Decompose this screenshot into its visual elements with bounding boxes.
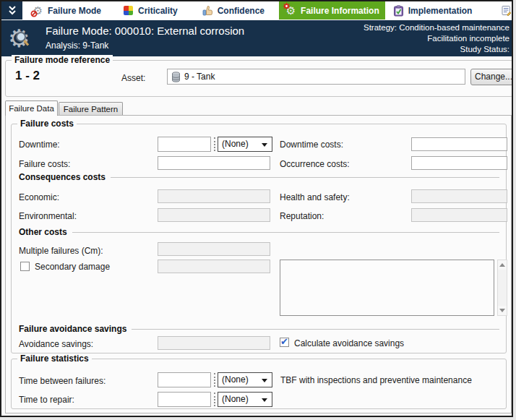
risk-matrix-icon bbox=[122, 4, 134, 17]
document-pencil-icon bbox=[500, 4, 512, 17]
secondary-damage-checkbox[interactable] bbox=[20, 262, 30, 271]
time-to-repair-label: Time to repair: bbox=[19, 395, 74, 405]
downtime-label: Downtime: bbox=[19, 140, 60, 150]
multiple-failures-label: Multiple failures (Cm): bbox=[19, 246, 103, 256]
calculate-avoidance-checkbox[interactable]: ✔ bbox=[280, 338, 289, 347]
top-tab-bar: ⚙ Failure Mode Criticality Confidenc bbox=[1, 1, 513, 20]
occurrence-costs-label: Occurrence costs: bbox=[280, 159, 350, 169]
failure-data-panel: Failure costs Downtime: (None) Downtime … bbox=[5, 115, 512, 413]
failure-costs-label: Failure costs: bbox=[19, 159, 70, 169]
time-between-failures-label: Time between failures: bbox=[19, 376, 106, 386]
change-button[interactable]: Change... bbox=[470, 69, 513, 85]
time-to-repair-input[interactable] bbox=[158, 392, 211, 407]
consequences-section-header: Consequences costs bbox=[19, 172, 499, 182]
analysis-subtitle: Analysis: 9-Tank bbox=[46, 40, 108, 51]
calculate-avoidance-label: Calculate avoidance savings bbox=[294, 338, 404, 348]
spinner-divider bbox=[214, 393, 215, 406]
health-safety-label: Health and safety: bbox=[280, 192, 350, 202]
tab-details[interactable]: Details bbox=[494, 1, 513, 20]
failure-costs-input[interactable] bbox=[158, 156, 270, 170]
group-title: Failure costs bbox=[17, 119, 77, 129]
downtime-costs-label: Downtime costs: bbox=[280, 140, 343, 150]
tab-failure-information[interactable]: ⚙ Failure Information bbox=[279, 1, 385, 20]
health-safety-input bbox=[411, 189, 507, 203]
record-range: 1 - 2 bbox=[15, 69, 40, 83]
clipboard-check-icon bbox=[392, 4, 405, 17]
tab-label: Implementation bbox=[408, 6, 473, 16]
ttr-unit-combo[interactable]: (None) bbox=[218, 392, 272, 407]
chevron-down-icon bbox=[262, 143, 267, 147]
avoidance-savings-input bbox=[158, 336, 270, 350]
double-chevron-down-icon bbox=[8, 6, 17, 16]
avoidance-savings-label: Avoidance savings: bbox=[19, 339, 93, 349]
occurrence-costs-input[interactable] bbox=[411, 156, 507, 170]
secondary-damage-input bbox=[158, 260, 270, 273]
thumbs-up-icon bbox=[202, 4, 214, 17]
tab-criticality[interactable]: Criticality bbox=[116, 1, 184, 20]
asset-value: 9 - Tank bbox=[184, 72, 215, 82]
tab-failure-pattern[interactable]: Failure Pattern bbox=[59, 102, 123, 116]
secondary-damage-description-textarea[interactable] bbox=[280, 260, 494, 316]
secondary-damage-label: Secondary damage bbox=[35, 262, 110, 272]
scroll-up-button[interactable] bbox=[498, 260, 507, 270]
gear-alert-icon: ⚙ bbox=[285, 4, 297, 17]
facilitation-text: Facilitation incomplete bbox=[364, 33, 509, 44]
group-title: Failure statistics bbox=[17, 353, 92, 364]
group-title: Failure mode reference bbox=[12, 55, 113, 65]
asset-field[interactable]: 9 - Tank bbox=[167, 69, 465, 85]
header-status-block: Strategy: Condition-based maintenance Fa… bbox=[364, 22, 509, 55]
tbf-unit-combo[interactable]: (None) bbox=[218, 372, 272, 387]
tab-failure-data[interactable]: Failure Data bbox=[5, 100, 58, 116]
environmental-label: Environmental: bbox=[19, 211, 77, 221]
asset-label: Asset: bbox=[121, 73, 145, 83]
header-bar: ⚙ Failure Mode: 000010: External corrosi… bbox=[1, 20, 513, 56]
spinner-divider bbox=[214, 373, 215, 387]
tab-failure-mode[interactable]: ⚙ Failure Mode bbox=[26, 1, 107, 20]
chevron-down-icon bbox=[262, 379, 267, 382]
economic-label: Economic: bbox=[19, 192, 59, 202]
tbf-note: TBF with inspections and preventive main… bbox=[280, 375, 472, 385]
check-icon: ✔ bbox=[280, 336, 288, 347]
textarea-scrollbar[interactable] bbox=[497, 260, 507, 316]
reputation-label: Reputation: bbox=[280, 211, 324, 221]
scroll-down-button[interactable] bbox=[498, 306, 507, 315]
arrow-up-icon bbox=[499, 263, 505, 267]
chevron-down-icon bbox=[262, 398, 267, 402]
page-title: Failure Mode: 000010: External corrosion bbox=[46, 25, 244, 37]
database-icon bbox=[171, 72, 181, 82]
multiple-failures-input bbox=[158, 242, 270, 256]
downtime-costs-input[interactable] bbox=[411, 137, 507, 151]
tab-confidence[interactable]: Confidence bbox=[196, 1, 270, 20]
gear-prohibited-icon: ⚙ bbox=[32, 4, 44, 17]
time-between-failures-input[interactable] bbox=[158, 372, 211, 387]
environmental-input bbox=[158, 208, 270, 222]
other-costs-section-header: Other costs bbox=[19, 227, 499, 237]
avoidance-section-header: Failure avoidance savings bbox=[19, 324, 499, 334]
spinner-divider bbox=[214, 137, 215, 151]
tab-label: Criticality bbox=[138, 6, 178, 16]
arrow-down-icon bbox=[499, 309, 505, 312]
study-status-text: Study Status: bbox=[364, 44, 509, 55]
collapse-button[interactable] bbox=[1, 1, 22, 20]
tab-implementation[interactable]: Implementation bbox=[387, 1, 478, 20]
tab-label: Failure Information bbox=[301, 6, 379, 16]
gear-magnifier-icon: ⚙ bbox=[8, 25, 35, 52]
app-window: ⚙ Failure Mode Criticality Confidenc bbox=[0, 0, 513, 417]
downtime-input[interactable] bbox=[158, 137, 211, 152]
economic-input bbox=[158, 189, 270, 203]
tab-label: Failure Mode bbox=[48, 6, 101, 16]
downtime-unit-combo[interactable]: (None) bbox=[218, 137, 272, 152]
strategy-text: Strategy: Condition-based maintenance bbox=[364, 22, 509, 33]
failure-mode-reference-group: Failure mode reference 1 - 2 Asset: 9 - … bbox=[5, 60, 513, 97]
tab-label: Confidence bbox=[218, 6, 265, 16]
failure-costs-group: Failure costs Downtime: (None) Downtime … bbox=[11, 124, 507, 353]
reputation-input bbox=[411, 208, 507, 222]
failure-statistics-group: Failure statistics Time between failures… bbox=[11, 359, 507, 409]
